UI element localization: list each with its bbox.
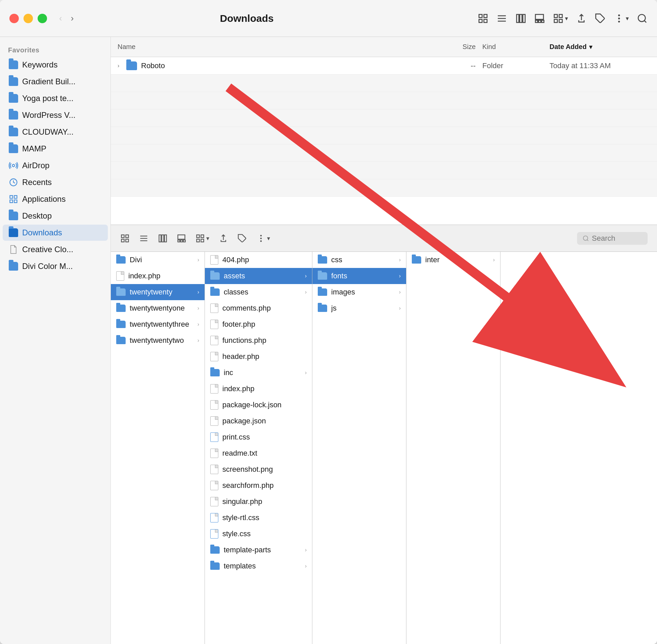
svg-point-22 bbox=[638, 15, 645, 22]
tag-icon[interactable] bbox=[595, 13, 606, 24]
list-item[interactable]: css › bbox=[312, 252, 406, 268]
sidebar-item-downloads[interactable]: Downloads bbox=[3, 225, 108, 241]
close-button[interactable] bbox=[9, 14, 19, 23]
svg-rect-29 bbox=[126, 239, 128, 242]
table-row bbox=[111, 92, 657, 110]
sidebar-item-yoga[interactable]: Yoga post te... bbox=[3, 90, 108, 107]
svg-rect-39 bbox=[183, 240, 185, 242]
file-rows: › Roboto -- Folder Today at 11:33 AM bbox=[111, 57, 657, 225]
tag2-icon[interactable] bbox=[237, 234, 247, 243]
list-item[interactable]: comments.php bbox=[205, 300, 312, 316]
sidebar-item-recents[interactable]: Recents bbox=[3, 174, 108, 190]
list-item[interactable]: templates › bbox=[205, 558, 312, 574]
svg-rect-0 bbox=[479, 15, 482, 18]
list-item[interactable]: twentytwentythree › bbox=[111, 316, 205, 332]
forward-button[interactable]: › bbox=[68, 12, 76, 25]
svg-point-46 bbox=[260, 235, 261, 236]
folder-icon bbox=[9, 127, 18, 137]
sidebar-item-applications[interactable]: Applications bbox=[3, 191, 108, 207]
sidebar-item-airdrop[interactable]: AirDrop bbox=[3, 158, 108, 174]
list-item[interactable]: js › bbox=[312, 300, 406, 316]
columns-view-icon[interactable] bbox=[515, 13, 526, 24]
list-item[interactable]: header.php bbox=[205, 348, 312, 365]
folder-icon bbox=[116, 304, 126, 312]
applications-icon bbox=[9, 194, 18, 204]
list-item[interactable]: package-lock.json bbox=[205, 397, 312, 413]
more-icon[interactable]: ▾ bbox=[614, 13, 629, 24]
list-item[interactable]: index.php bbox=[205, 381, 312, 397]
sidebar-item-keywords[interactable]: Keywords bbox=[3, 57, 108, 73]
row-expander[interactable]: › bbox=[117, 63, 124, 69]
svg-rect-14 bbox=[554, 15, 557, 18]
nav-buttons: ‹ › bbox=[56, 12, 76, 25]
list-item[interactable]: style-rtl.css bbox=[205, 510, 312, 526]
list-item[interactable]: readme.txt bbox=[205, 445, 312, 461]
svg-rect-26 bbox=[121, 235, 124, 237]
list-item[interactable]: print.css bbox=[205, 429, 312, 445]
sidebar-item-creative-cloud[interactable]: Creative Clo... bbox=[3, 242, 108, 257]
folder-icon bbox=[9, 60, 18, 69]
search-input[interactable] bbox=[592, 234, 642, 243]
list-item[interactable]: inc › bbox=[205, 365, 312, 381]
favorites-header: Favorites bbox=[0, 44, 111, 56]
browser-column-2: 404.php assets › classes › comments bbox=[205, 252, 312, 644]
list-item[interactable]: searchform.php bbox=[205, 478, 312, 493]
folder-icon bbox=[9, 77, 18, 86]
list-icon[interactable] bbox=[139, 234, 149, 243]
list-item[interactable]: twentytwentytwo › bbox=[111, 332, 205, 348]
list-item[interactable]: template-parts › bbox=[205, 542, 312, 558]
list-item[interactable]: twentytwentyone › bbox=[111, 300, 205, 316]
row-name: Roboto bbox=[141, 62, 432, 70]
sidebar-item-cloudway[interactable]: CLOUDWAY... bbox=[3, 124, 108, 140]
chevron-right-icon: › bbox=[399, 305, 401, 311]
list-item[interactable]: index.php bbox=[111, 268, 205, 284]
sidebar-item-wordpress[interactable]: WordPress V... bbox=[3, 107, 108, 123]
sidebar-item-mamp[interactable]: MAMP bbox=[3, 141, 108, 157]
list-item[interactable]: inter › bbox=[406, 252, 500, 268]
table-row[interactable]: › Roboto -- Folder Today at 11:33 AM bbox=[111, 57, 657, 74]
list-item[interactable]: functions.php bbox=[205, 332, 312, 348]
groupby-icon[interactable]: ▾ bbox=[553, 13, 568, 24]
groupby2-icon[interactable]: ▾ bbox=[196, 234, 209, 243]
list-view-icon[interactable] bbox=[496, 13, 507, 24]
grid-view-icon[interactable] bbox=[478, 13, 489, 24]
file-icon bbox=[210, 529, 218, 538]
gallery-icon[interactable] bbox=[177, 234, 186, 243]
list-item[interactable]: images › bbox=[312, 284, 406, 300]
list-item[interactable]: Divi › bbox=[111, 252, 205, 268]
list-item[interactable]: classes › bbox=[205, 284, 312, 300]
list-item[interactable]: singular.php bbox=[205, 493, 312, 510]
file-icon bbox=[9, 245, 18, 254]
svg-rect-36 bbox=[178, 235, 185, 239]
list-item[interactable]: footer.php bbox=[205, 316, 312, 332]
back-button[interactable]: ‹ bbox=[56, 12, 65, 25]
more2-icon[interactable]: ▾ bbox=[256, 234, 270, 243]
window-title: Downloads bbox=[83, 13, 410, 24]
list-item[interactable]: package.json bbox=[205, 413, 312, 429]
list-item[interactable]: assets › bbox=[205, 268, 312, 284]
minimize-button[interactable] bbox=[23, 14, 33, 23]
gallery-view-icon[interactable] bbox=[534, 13, 545, 24]
list-item[interactable]: fonts › bbox=[312, 268, 406, 284]
file-icon bbox=[210, 320, 218, 329]
list-item[interactable]: screenshot.png bbox=[205, 461, 312, 478]
table-row bbox=[111, 110, 657, 127]
chevron-right-icon: › bbox=[305, 547, 307, 553]
sidebar-label: Yoga post te... bbox=[22, 94, 73, 103]
file-icon bbox=[210, 497, 218, 506]
list-item[interactable]: twentytwenty › bbox=[111, 284, 205, 300]
share2-icon[interactable] bbox=[219, 234, 228, 243]
search-icon[interactable] bbox=[637, 13, 648, 24]
share-icon[interactable] bbox=[576, 13, 587, 24]
sidebar-item-desktop[interactable]: Desktop bbox=[3, 208, 108, 224]
file-icon bbox=[210, 400, 218, 410]
sidebar-item-divi-color[interactable]: Divi Color M... bbox=[3, 258, 108, 274]
sidebar-item-gradient[interactable]: Gradient Buil... bbox=[3, 73, 108, 90]
list-item[interactable]: style.css bbox=[205, 526, 312, 542]
list-item[interactable]: 404.php bbox=[205, 252, 312, 268]
fullscreen-button[interactable] bbox=[38, 14, 47, 23]
grid-icon[interactable] bbox=[120, 234, 130, 243]
search-bar[interactable] bbox=[577, 232, 648, 245]
chevron-right-icon: › bbox=[198, 321, 199, 327]
columns-icon[interactable] bbox=[158, 234, 167, 243]
